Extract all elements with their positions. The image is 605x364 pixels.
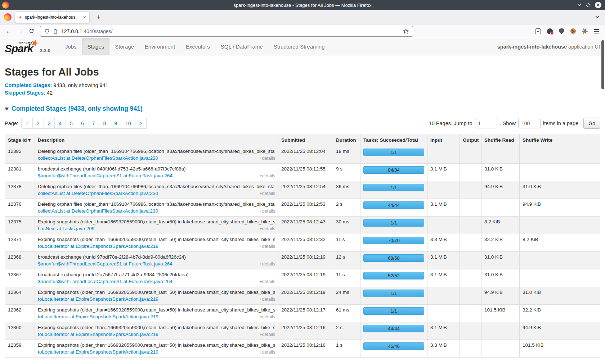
stage-output [460,164,481,181]
adblock-shield-icon[interactable] [559,28,564,34]
stage-description: Deleting orphan files (older_than=166910… [38,149,275,154]
col-header-output[interactable]: Output [460,134,481,146]
list-all-tabs-icon[interactable] [595,14,600,21]
extension-icon[interactable] [535,28,541,34]
stage-shuffle-read: 31.0 KiB [481,252,520,269]
details-toggle[interactable]: +details [260,314,275,319]
page-next-button[interactable]: > [135,118,147,129]
stage-callsite-link[interactable]: hasNext at Tasks.java:209 [38,226,94,231]
window-minimize-button[interactable] [577,3,582,7]
stage-callsite-link[interactable]: toLocalIterator at ExpireSnapshotsSparkA… [38,244,158,249]
stage-callsite-link[interactable]: collectAsList at DeleteOrphanFilesSparkA… [38,208,158,214]
page-button-10[interactable]: 10 [121,118,135,129]
details-toggle[interactable]: +details [260,279,275,284]
stage-description: Expiring snapshots (older_than=166932055… [38,325,275,330]
stage-callsite-link[interactable]: toLocalIterator at ExpireSnapshotsSparkA… [38,296,158,302]
col-header-submitted[interactable]: Submitted [278,134,333,146]
col-header-duration[interactable]: Duration [333,134,360,146]
page-button-5[interactable]: 5 [66,118,77,129]
items-per-page-input[interactable] [518,118,541,128]
go-button[interactable]: Go [583,118,600,129]
stage-callsite-link[interactable]: $anonfun$withThreadLocalCaptured$1 at Fu… [38,173,172,178]
tracking-protection-shield-icon[interactable] [44,28,50,34]
container-mask-icon[interactable] [547,28,553,34]
page-button-9[interactable]: 9 [110,118,121,129]
menu-icon[interactable] [594,29,599,33]
page-button-3[interactable]: 3 [44,118,55,129]
tasks-count: 68/68 [388,255,400,261]
col-header-shuffle-write[interactable]: Shuffle Write [520,134,600,146]
tasks-count: 1/1 [390,185,397,190]
vertical-scrollbar[interactable] [601,40,604,89]
url-bar[interactable]: 127.0.0.1:4040/stages/ [40,26,413,37]
page-info-icon[interactable] [53,28,58,34]
stage-callsite-link[interactable]: collectAsList at DeleteOrphanFilesSparkA… [38,191,158,196]
spark-logo[interactable]: APACHE Spark ★ [5,39,35,55]
details-toggle[interactable]: +details [260,156,275,161]
stage-shuffle-read: 94.9 KiB [481,287,520,305]
tab-title: spark-ingest-into-lakehous [25,15,81,20]
new-tab-button[interactable]: + [94,13,103,21]
stage-callsite-link[interactable]: toLocalIterator at ExpireSnapshotsSparkA… [38,332,158,337]
stage-shuffle-write: 8.2 KiB [520,234,600,252]
forward-button[interactable]: → [18,28,24,35]
details-toggle[interactable]: +details [260,226,275,231]
details-toggle[interactable]: +details [260,350,275,355]
stage-shuffle-write: 94.9 KiB [520,322,600,340]
stage-callsite-link[interactable]: $anonfun$withThreadLocalCaptured$1 at Fu… [38,261,172,267]
table-row: 12375 Expiring snapshots (older_than=166… [5,217,600,234]
details-toggle[interactable]: +details [260,261,275,267]
reload-button[interactable] [29,28,34,34]
details-toggle[interactable]: +details [260,244,275,249]
nav-item-environment[interactable]: Environment [139,38,180,55]
stage-duration: 36 ms [333,181,360,199]
extension-pinwheel-icon[interactable] [582,28,588,34]
bookmark-star-icon[interactable] [403,28,409,34]
col-header-input[interactable]: Input [427,134,460,146]
tab-close-icon[interactable]: × [83,14,86,20]
firefox-view-icon[interactable] [4,13,12,21]
show-label: . Show [500,120,516,126]
details-toggle[interactable]: +details [260,209,275,214]
page-button-4[interactable]: 4 [54,118,66,129]
page-button-8[interactable]: 8 [99,118,110,129]
nav-item-jobs[interactable]: Jobs [60,38,82,55]
window-maximize-button[interactable] [586,3,591,8]
skipped-stages-link[interactable]: Skipped Stages: [5,90,45,96]
stage-callsite-link[interactable]: collectAsList at DeleteOrphanFilesSparkA… [38,155,158,161]
jump-to-page-input[interactable] [475,118,497,128]
completed-stages-section-header[interactable]: Completed Stages (9433, only showing 941… [5,105,600,113]
stage-description: broadcast exchange (runId 97bdf70e-2f28-… [38,254,275,260]
details-toggle[interactable]: +details [260,173,275,178]
tasks-progress-bar: 44/44 [363,201,424,209]
page-button-1[interactable]: 1 [21,118,33,129]
stage-callsite-link[interactable]: toLocalIterator at ExpireSnapshotsSparkA… [38,349,158,355]
col-header-tasks-succeeded-total[interactable]: Tasks: Succeeded/Total [360,134,427,146]
stage-output [460,181,481,199]
page-button-6[interactable]: 6 [77,118,88,129]
nav-item-storage[interactable]: Storage [109,38,139,55]
cookie-icon[interactable] [570,28,576,34]
stage-shuffle-read [481,322,520,340]
stage-callsite-link[interactable]: $anonfun$withThreadLocalCaptured$1 at Fu… [38,279,172,284]
stage-callsite-link[interactable]: toLocalIterator at ExpireSnapshotsSparkA… [38,314,158,319]
nav-item-executors[interactable]: Executors [180,38,215,55]
nav-item-stages[interactable]: Stages [82,38,110,55]
details-toggle[interactable]: +details [260,297,275,302]
stage-shuffle-read [481,199,520,217]
col-header-description[interactable]: Description [35,134,278,146]
nav-item-structured-streaming[interactable]: Structured Streaming [268,38,330,55]
details-toggle[interactable]: +details [260,191,275,196]
completed-stages-link[interactable]: Completed Stages: [5,82,52,88]
tab-bar: ★ spark-ingest-into-lakehous × + [0,10,605,24]
nav-item-sql-dataframe[interactable]: SQL / DataFrame [215,38,268,55]
col-header-shuffle-read[interactable]: Shuffle Read [481,134,520,146]
page-button-7[interactable]: 7 [88,118,99,129]
details-toggle[interactable]: +details [260,332,275,337]
page-button-2[interactable]: 2 [32,118,44,129]
col-header-stage-id[interactable]: Stage Id ▾ [5,134,35,146]
stage-duration: 2 s [333,322,360,340]
browser-tab[interactable]: ★ spark-ingest-into-lakehous × [15,12,89,23]
back-button[interactable]: ← [6,28,12,35]
window-close-button[interactable]: × [595,2,601,8]
